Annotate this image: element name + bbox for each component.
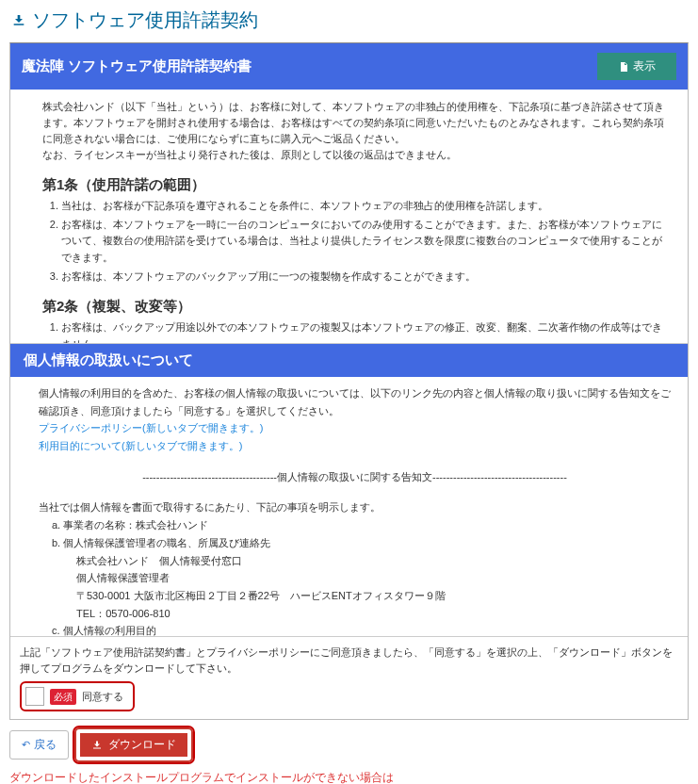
line-b4: TEL：0570-006-810	[39, 605, 671, 623]
download-button-label: ダウンロード	[108, 737, 176, 753]
line-b3: 〒530-0001 大阪市北区梅田２丁目２番22号 ハービスENTオフィスタワー…	[39, 587, 671, 605]
line-b1: 株式会社ハンド 個人情報受付窓口	[39, 552, 671, 570]
agree-checkbox[interactable]	[25, 687, 44, 706]
article1-title: 第1条（使用許諾の範囲）	[42, 176, 671, 194]
required-badge: 必須	[50, 689, 76, 705]
agree-label: 同意する	[82, 689, 123, 705]
consent-row: 必須 同意する	[20, 681, 135, 711]
warning-line-1: ダウンロードしたインストールプログラムでインストールができない場合は	[0, 768, 698, 784]
consent-text: 上記「ソフトウェア使用許諾契約書」とプライバシーポリシーにご同意頂きましたら、「…	[20, 645, 678, 676]
list-item: お客様は、バックアップ用途以外での本ソフトウェアの複製又は本ソフトウェアの修正、…	[61, 319, 671, 344]
item-b: b. 個人情報保護管理者の職名、所属及び連絡先	[39, 534, 671, 552]
document-icon	[618, 61, 629, 73]
privacy-title: 個人情報の取扱いについて	[24, 351, 193, 368]
download-button[interactable]: ダウンロード	[76, 729, 191, 760]
main-panel: 魔法陣 ソフトウェア使用許諾契約書 表示 株式会社ハンド（以下「当社」という）は…	[9, 42, 689, 720]
list-item: お客様は、本ソフトウェアのバックアップ用に一つの複製物を作成することができます。	[61, 269, 671, 286]
page-title-text: ソフトウェア使用許諾契約	[32, 8, 258, 33]
line-b2: 個人情報保護管理者	[39, 569, 671, 587]
license-header: 魔法陣 ソフトウェア使用許諾契約書 表示	[10, 43, 688, 90]
divider-text: ---------------------------------------個…	[39, 468, 671, 486]
privacy-policy-link[interactable]: プライバシーポリシー(新しいタブで開きます。)	[39, 419, 671, 437]
page-title: ソフトウェア使用許諾契約	[0, 0, 698, 37]
purpose-link[interactable]: 利用目的について(新しいタブで開きます。)	[39, 437, 671, 455]
item-a: a. 事業者の名称：株式会社ハンド	[39, 516, 671, 534]
download-icon	[91, 740, 103, 751]
display-button[interactable]: 表示	[597, 53, 676, 80]
license-intro-1: 株式会社ハンド（以下「当社」という）は、お客様に対して、本ソフトウェアの非独占的…	[42, 101, 664, 144]
privacy-body1: 当社では個人情報を書面で取得するにあたり、下記の事項を明示します。	[39, 498, 671, 516]
article2-list: お客様は、バックアップ用途以外での本ソフトウェアの複製又は本ソフトウェアの修正、…	[42, 319, 671, 344]
privacy-header: 個人情報の取扱いについて	[10, 344, 688, 377]
license-intro-2: なお、ライセンスキーが当社より発行された後は、原則として以後の返品はできません。	[42, 149, 457, 160]
list-item: お客様は、本ソフトウェアを一時に一台のコンピュータにおいてのみ使用することができ…	[61, 217, 671, 267]
footer-actions: ↶ 戻る ダウンロード	[0, 724, 698, 768]
back-button-label: 戻る	[34, 737, 57, 753]
consent-section: 上記「ソフトウェア使用許諾契約書」とプライバシーポリシーにご同意頂きましたら、「…	[10, 636, 688, 719]
privacy-scroll-area[interactable]: 個人情報の利用目的を含めた、お客様の個人情報の取扱いについては、以下のリンク先の…	[10, 377, 688, 636]
back-button[interactable]: ↶ 戻る	[9, 730, 69, 760]
license-title: 魔法陣 ソフトウェア使用許諾契約書	[22, 57, 252, 75]
privacy-intro: 個人情報の利用目的を含めた、お客様の個人情報の取扱いについては、以下のリンク先の…	[39, 384, 671, 419]
license-intro: 株式会社ハンド（以下「当社」という）は、お客様に対して、本ソフトウェアの非独占的…	[42, 99, 671, 163]
article1-list: 当社は、お客様が下記条項を遵守されることを条件に、本ソフトウェアの非独占的使用権…	[42, 198, 671, 285]
list-item: 当社は、お客様が下記条項を遵守されることを条件に、本ソフトウェアの非独占的使用権…	[61, 198, 671, 215]
download-icon	[11, 13, 26, 28]
article2-title: 第2条（複製、改変等）	[42, 298, 671, 316]
arrow-left-icon: ↶	[22, 739, 30, 751]
display-button-label: 表示	[633, 58, 656, 74]
license-scroll-area[interactable]: 株式会社ハンド（以下「当社」という）は、お客様に対して、本ソフトウェアの非独占的…	[10, 90, 688, 344]
item-c: c. 個人情報の利用目的	[39, 622, 671, 636]
